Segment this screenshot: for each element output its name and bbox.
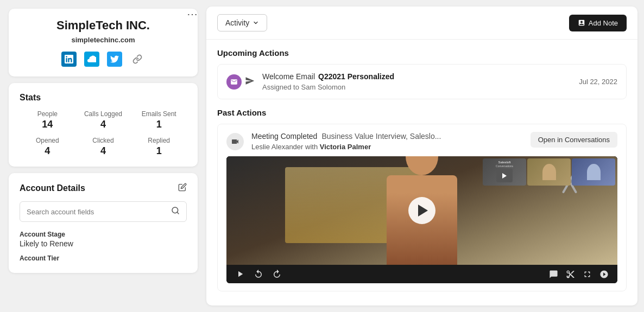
participant-prefix: Leslie Alexander with: [251, 143, 318, 151]
video-fullscreen-button[interactable]: [583, 270, 592, 279]
more-button[interactable]: ⋯: [187, 9, 198, 20]
note-icon: [578, 19, 585, 27]
stat-replied-label: Replied: [131, 137, 187, 144]
send-icon: [245, 76, 255, 88]
email-icon: [226, 74, 242, 90]
search-input[interactable]: [27, 208, 171, 216]
bold-participant: Victoria Palmer: [320, 143, 371, 151]
right-content: Upcoming Actions Welcome Email: [206, 40, 637, 305]
stat-emails: Emails Sent 1: [131, 110, 187, 130]
activity-button[interactable]: Activity: [217, 14, 267, 31]
company-name: SimpleTech INC.: [20, 18, 187, 33]
account-details-title: Account Details: [20, 183, 85, 193]
right-header: Activity Add Note: [206, 7, 637, 40]
thumbnail-1: Salesloft Conversations: [483, 158, 526, 186]
video-play-button[interactable]: [235, 269, 245, 279]
account-details-header: Account Details: [20, 183, 187, 194]
stats-title: Stats: [20, 93, 187, 103]
action-email-type: Welcome Email: [262, 72, 315, 81]
video-camera-icon: [226, 133, 244, 150]
stat-people-label: People: [20, 110, 75, 118]
stat-calls-value: 4: [75, 119, 131, 130]
past-action-type: Meeting Completed: [251, 132, 317, 141]
video-rewind-button[interactable]: [254, 269, 263, 279]
stat-opened-value: 4: [20, 145, 75, 157]
add-note-button[interactable]: Add Note: [569, 15, 627, 31]
action-title-row: Welcome Email Q22021 Personalized: [262, 72, 571, 81]
stat-emails-label: Emails Sent: [131, 110, 187, 118]
past-action-participants: Leslie Alexander with Victoria Palmer: [251, 143, 523, 151]
stat-people: People 14: [20, 110, 75, 130]
video-chat-button[interactable]: [549, 270, 558, 279]
add-note-label: Add Note: [589, 19, 618, 27]
twitter-icon[interactable]: [107, 52, 122, 67]
action-details: Welcome Email Q22021 Personalized Assign…: [262, 72, 571, 91]
company-website[interactable]: simpletechinc.com: [20, 36, 187, 44]
chevron-down-icon: [252, 20, 259, 26]
past-action-header: Meeting Completed Business Value Intervi…: [226, 132, 617, 151]
action-campaign: Q22021 Personalized: [318, 72, 394, 81]
open-conversations-button[interactable]: Open in Conversations: [531, 132, 617, 148]
stat-calls: Calls Logged 4: [75, 110, 131, 130]
video-thumbnails: Salesloft Conversations: [481, 156, 617, 188]
linkedin-icon[interactable]: [61, 52, 77, 67]
video-preview: Salesloft Conversations: [226, 156, 617, 265]
stat-replied: Replied 1: [131, 137, 187, 157]
social-icons: [20, 52, 187, 67]
account-stage-label: Account Stage: [20, 231, 187, 238]
video-controls-left: [235, 269, 282, 279]
upcoming-action-item: Welcome Email Q22021 Personalized Assign…: [217, 64, 627, 99]
stat-emails-value: 1: [131, 119, 187, 130]
stats-grid: People 14 Calls Logged 4 Emails Sent 1 O…: [20, 110, 187, 157]
video-controls-right: [549, 270, 609, 279]
stat-people-value: 14: [20, 119, 75, 130]
svg-line-1: [177, 212, 179, 214]
play-triangle-icon: [418, 205, 428, 217]
action-date: Jul 22, 2022: [579, 78, 617, 86]
stat-opened: Opened 4: [20, 137, 75, 157]
upcoming-section-title: Upcoming Actions: [217, 48, 627, 58]
edit-icon[interactable]: [178, 183, 187, 194]
thumbnail-2: [527, 158, 571, 186]
activity-label: Activity: [225, 18, 249, 27]
right-panel: Activity Add Note Upcoming Actions: [206, 7, 637, 305]
video-player: Salesloft Conversations: [226, 156, 617, 283]
stat-clicked: Clicked 4: [75, 137, 131, 157]
left-panel: ⋯ SimpleTech INC. simpletechinc.com: [0, 0, 206, 312]
video-settings-button[interactable]: [599, 270, 609, 279]
video-controls: [226, 265, 617, 283]
stat-replied-value: 1: [131, 145, 187, 157]
link-icon[interactable]: [130, 52, 145, 67]
search-button[interactable]: [171, 206, 180, 217]
action-assigned: Assigned to Sam Solomon: [262, 83, 571, 91]
thumbnail-3: [572, 158, 615, 186]
video-cut-button[interactable]: [566, 270, 575, 279]
stat-clicked-label: Clicked: [75, 137, 131, 144]
stat-calls-label: Calls Logged: [75, 110, 131, 118]
stats-card: Stats People 14 Calls Logged 4 Emails Se…: [9, 83, 198, 167]
stat-opened-label: Opened: [20, 137, 75, 144]
company-card: ⋯ SimpleTech INC. simpletechinc.com: [9, 9, 198, 77]
video-forward-button[interactable]: [272, 269, 282, 279]
account-search-box[interactable]: [20, 201, 187, 222]
stat-clicked-value: 4: [75, 145, 131, 157]
past-section-title: Past Actions: [217, 108, 627, 117]
play-button[interactable]: [408, 197, 435, 224]
past-action-title-row: Meeting Completed Business Value Intervi…: [251, 132, 523, 141]
account-tier-label: Account Tier: [20, 254, 187, 262]
account-stage-value: Likely to Renew: [20, 239, 187, 248]
past-action-details: Meeting Completed Business Value Intervi…: [251, 132, 523, 151]
salesforce-icon[interactable]: [84, 52, 99, 67]
past-action-name: Business Value Interview, Saleslo...: [321, 132, 441, 141]
past-action-item: Meeting Completed Business Value Intervi…: [217, 124, 627, 291]
action-icons: [226, 74, 255, 90]
account-details-card: Account Details Account Stage Likely to …: [9, 173, 198, 273]
